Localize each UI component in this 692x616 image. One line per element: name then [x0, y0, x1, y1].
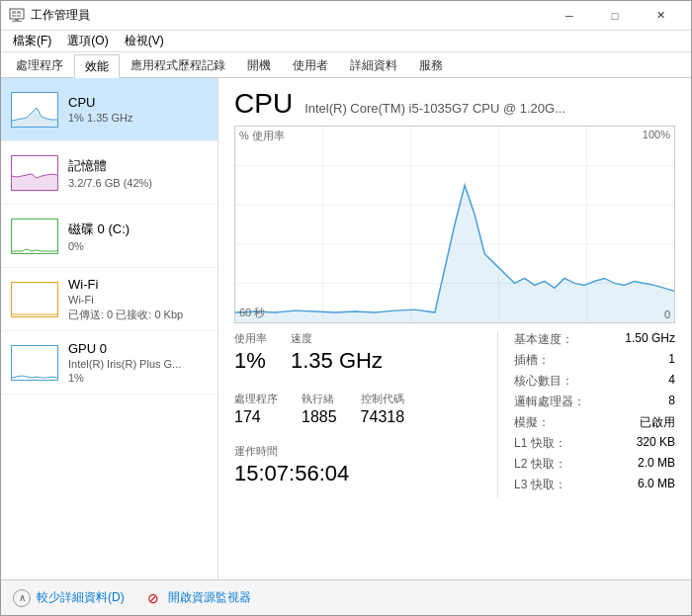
sidebar-item-memory[interactable]: 記憶體 3.2/7.6 GB (42%) — [1, 141, 217, 205]
stats-wrapper: 使用率 1% 速度 1.35 GHz 處理程序 174 — [234, 331, 675, 497]
spec-virt-value: 已啟用 — [640, 414, 675, 431]
spec-l2-label: L2 快取： — [514, 456, 566, 473]
tab-processes[interactable]: 處理程序 — [5, 53, 74, 77]
spec-l2-value: 2.0 MB — [638, 456, 675, 473]
chart-time-label: 60 秒 — [239, 307, 265, 318]
stats-row-2: 處理程序 174 執行緒 1885 控制代碼 74318 — [234, 392, 497, 436]
sidebar-disk-detail: 0% — [68, 240, 208, 252]
sidebar-wifi-info: Wi-Fi Wi-Fi 已傳送: 0 已接收: 0 Kbp — [68, 277, 208, 322]
svg-rect-6 — [12, 21, 22, 22]
speed-value: 1.35 GHz — [291, 348, 383, 374]
threads-label: 執行緒 — [302, 392, 337, 406]
tab-app-history[interactable]: 應用程式歷程記錄 — [120, 53, 236, 77]
sidebar-gpu-graph — [11, 345, 58, 381]
menu-bar: 檔案(F) 選項(O) 檢視(V) — [1, 31, 691, 52]
sidebar-item-wifi[interactable]: Wi-Fi Wi-Fi 已傳送: 0 已接收: 0 Kbp — [1, 268, 217, 331]
stat-uptime: 運作時間 15:07:56:04 — [234, 444, 497, 486]
spec-cores-value: 4 — [668, 373, 675, 390]
uptime-label: 運作時間 — [234, 444, 497, 459]
sidebar-item-gpu[interactable]: GPU 0 Intel(R) Iris(R) Plus G... 1% — [1, 331, 217, 395]
sidebar-cpu-name: CPU — [68, 95, 208, 110]
svg-rect-2 — [17, 11, 21, 14]
sidebar-disk-name: 磁碟 0 (C:) — [68, 220, 208, 238]
title-bar-controls: ─ □ ✕ — [547, 1, 683, 31]
cpu-chart: % 使用率 100% 6 — [234, 126, 675, 323]
svg-marker-17 — [235, 185, 674, 322]
spec-slots-value: 1 — [668, 352, 675, 369]
maximize-button[interactable]: □ — [592, 1, 638, 31]
sidebar-disk-info: 磁碟 0 (C:) 0% — [68, 220, 208, 252]
spec-logical: 邏輯處理器： 8 — [514, 394, 675, 410]
sidebar-memory-name: 記憶體 — [68, 157, 208, 175]
spec-l3-value: 6.0 MB — [638, 477, 675, 493]
uptime-value: 15:07:56:04 — [234, 461, 497, 486]
tab-performance[interactable]: 效能 — [74, 54, 120, 78]
speed-label: 速度 — [291, 331, 383, 346]
chart-y-label: % 使用率 — [239, 129, 285, 143]
spec-slots: 插槽： 1 — [514, 352, 675, 369]
processes-label: 處理程序 — [234, 392, 278, 406]
tab-services[interactable]: 服務 — [408, 53, 454, 77]
sidebar-memory-graph — [11, 155, 58, 191]
monitor-icon: ⊘ — [144, 589, 162, 607]
bottom-bar: ∧ 較少詳細資料(D) ⊘ 開啟資源監視器 — [1, 579, 691, 615]
main-header: CPU Intel(R) Core(TM) i5-1035G7 CPU @ 1.… — [234, 88, 675, 120]
tab-startup[interactable]: 開機 — [236, 53, 282, 77]
less-detail-link[interactable]: ∧ 較少詳細資料(D) — [13, 589, 125, 607]
minimize-button[interactable]: ─ — [547, 1, 592, 31]
chart-y-max: 100% — [643, 129, 670, 143]
app-icon — [9, 8, 25, 24]
spec-l2: L2 快取： 2.0 MB — [514, 456, 675, 473]
handles-label: 控制代碼 — [361, 392, 405, 406]
stat-threads: 執行緒 1885 — [302, 392, 337, 426]
sidebar-memory-info: 記憶體 3.2/7.6 GB (42%) — [68, 157, 208, 189]
processes-value: 174 — [234, 408, 278, 426]
less-detail-label: 較少詳細資料(D) — [37, 589, 125, 606]
svg-marker-7 — [12, 108, 57, 127]
threads-value: 1885 — [302, 408, 337, 426]
spec-logical-value: 8 — [668, 394, 675, 410]
sidebar-item-cpu[interactable]: CPU 1% 1.35 GHz — [1, 78, 217, 141]
cpu-chart-svg — [235, 127, 674, 322]
stat-usage: 使用率 1% — [234, 331, 267, 374]
title-bar: 工作管理員 ─ □ ✕ — [1, 1, 691, 31]
menu-options[interactable]: 選項(O) — [59, 31, 116, 52]
sidebar-cpu-graph — [11, 92, 58, 128]
main-window: 工作管理員 ─ □ ✕ 檔案(F) 選項(O) 檢視(V) 處理程序 效能 應用… — [0, 0, 692, 616]
sidebar-gpu-info: GPU 0 Intel(R) Iris(R) Plus G... 1% — [68, 341, 208, 384]
open-monitor-link[interactable]: ⊘ 開啟資源監視器 — [144, 589, 251, 607]
close-button[interactable]: ✕ — [638, 1, 683, 31]
spec-l1-label: L1 快取： — [514, 435, 566, 452]
spec-base-speed-value: 1.50 GHz — [625, 331, 675, 348]
sidebar-wifi-detail1: Wi-Fi — [68, 294, 208, 306]
content-area: CPU 1% 1.35 GHz 記憶體 3.2/7.6 GB (42%) — [1, 78, 691, 579]
open-monitor-label: 開啟資源監視器 — [168, 589, 251, 606]
spec-l1: L1 快取： 320 KB — [514, 435, 675, 452]
sidebar-wifi-detail2: 已傳送: 0 已接收: 0 Kbp — [68, 308, 208, 322]
menu-file[interactable]: 檔案(F) — [5, 31, 59, 52]
usage-label: 使用率 — [234, 331, 267, 346]
main-subtitle: Intel(R) Core(TM) i5-1035G7 CPU @ 1.20G.… — [304, 101, 565, 116]
stat-handles: 控制代碼 74318 — [361, 392, 405, 426]
spec-base-speed-label: 基本速度： — [514, 331, 573, 348]
sidebar-cpu-detail: 1% 1.35 GHz — [68, 112, 208, 124]
menu-view[interactable]: 檢視(V) — [117, 31, 172, 52]
spec-base-speed: 基本速度： 1.50 GHz — [514, 331, 675, 348]
chart-labels-top: % 使用率 100% — [235, 129, 674, 143]
stats-left-panel: 使用率 1% 速度 1.35 GHz 處理程序 174 — [234, 331, 497, 497]
main-title: CPU — [234, 88, 293, 120]
sidebar-cpu-info: CPU 1% 1.35 GHz — [68, 95, 208, 124]
sidebar-item-disk[interactable]: 磁碟 0 (C:) 0% — [1, 205, 217, 268]
window-title: 工作管理員 — [31, 7, 90, 24]
sidebar-memory-detail: 3.2/7.6 GB (42%) — [68, 177, 208, 189]
handles-value: 74318 — [361, 408, 405, 426]
stats-row-1: 使用率 1% 速度 1.35 GHz — [234, 331, 497, 384]
tab-users[interactable]: 使用者 — [282, 53, 339, 77]
sidebar-gpu-detail2: 1% — [68, 372, 208, 384]
spec-l3: L3 快取： 6.0 MB — [514, 477, 675, 493]
tab-details[interactable]: 詳細資料 — [339, 53, 408, 77]
spec-l3-label: L3 快取： — [514, 477, 566, 493]
spec-virtualization: 模擬： 已啟用 — [514, 414, 675, 431]
chart-x-right: 0 — [664, 308, 670, 320]
stats-right-panel: 基本速度： 1.50 GHz 插槽： 1 核心數目： 4 邏輯處理器： 8 — [497, 331, 675, 497]
